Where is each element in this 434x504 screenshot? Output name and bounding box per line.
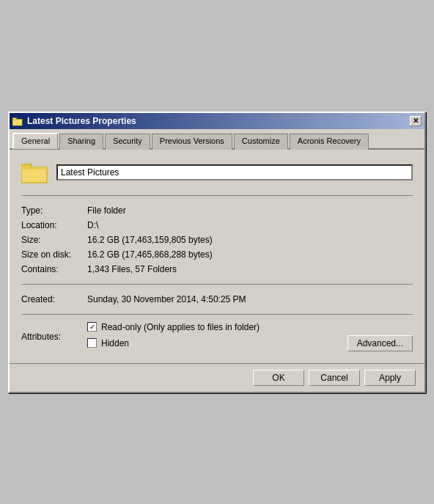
tab-previous-versions[interactable]: Previous Versions: [152, 134, 232, 150]
close-button[interactable]: ✕: [410, 116, 422, 126]
table-row: Location: D:\: [21, 218, 413, 233]
hidden-label: Hidden: [101, 338, 129, 348]
created-label: Created:: [21, 292, 87, 307]
folder-name-input[interactable]: [56, 164, 413, 180]
hidden-checkbox[interactable]: [87, 338, 97, 348]
hidden-advanced-row: Hidden Advanced...: [87, 335, 413, 351]
attributes-section: Attributes: ✓ Read-only (Only applies to…: [21, 322, 413, 351]
folder-icon: [21, 161, 48, 183]
hidden-row: Hidden: [87, 338, 129, 348]
type-value: File folder: [87, 203, 413, 218]
size-label: Size:: [21, 233, 87, 247]
properties-window: Latest Pictures Properties ✕ General Sha…: [8, 112, 426, 393]
folder-name-row: [21, 161, 413, 183]
svg-rect-2: [13, 120, 21, 125]
type-label: Type:: [21, 203, 87, 218]
tab-general[interactable]: General: [12, 133, 58, 149]
window-icon: [12, 116, 23, 126]
info-table: Type: File folder Location: D:\ Size: 16…: [21, 203, 413, 277]
tab-content: Type: File folder Location: D:\ Size: 16…: [10, 150, 424, 363]
apply-button[interactable]: Apply: [364, 370, 416, 386]
window-title: Latest Pictures Properties: [27, 116, 136, 126]
attributes-options: ✓ Read-only (Only applies to files in fo…: [87, 322, 413, 351]
bottom-bar: OK Cancel Apply: [10, 363, 424, 392]
title-bar-content: Latest Pictures Properties: [12, 116, 136, 126]
divider-2: [21, 284, 413, 285]
created-row: Created: Sunday, 30 November 2014, 4:50:…: [21, 292, 413, 307]
attributes-label: Attributes:: [21, 332, 87, 342]
tab-sharing[interactable]: Sharing: [59, 134, 103, 150]
advanced-button[interactable]: Advanced...: [347, 335, 413, 351]
readonly-row: ✓ Read-only (Only applies to files in fo…: [87, 322, 413, 332]
readonly-label: Read-only (Only applies to files in fold…: [101, 322, 260, 332]
size-on-disk-label: Size on disk:: [21, 247, 87, 262]
readonly-checkbox[interactable]: ✓: [87, 322, 97, 332]
folder-svg: [21, 161, 48, 183]
divider-3: [21, 314, 413, 315]
contains-value: 1,343 Files, 57 Folders: [87, 262, 413, 277]
tab-customize[interactable]: Customize: [234, 134, 288, 150]
attributes-label-text: Attributes:: [21, 332, 61, 342]
contains-label: Contains:: [21, 262, 87, 277]
table-row: Size on disk: 16.2 GB (17,465,868,288 by…: [21, 247, 413, 262]
location-label: Location:: [21, 218, 87, 233]
tab-acronis-recovery[interactable]: Acronis Recovery: [290, 134, 369, 150]
ok-button[interactable]: OK: [253, 370, 304, 386]
table-row: Contains: 1,343 Files, 57 Folders: [21, 262, 413, 277]
location-value: D:\: [87, 218, 413, 233]
title-bar: Latest Pictures Properties ✕: [10, 113, 424, 129]
svg-rect-5: [22, 168, 46, 182]
cancel-button[interactable]: Cancel: [309, 370, 360, 386]
created-table: Created: Sunday, 30 November 2014, 4:50:…: [21, 292, 413, 307]
tab-bar: General Sharing Security Previous Versio…: [10, 129, 424, 150]
table-row: Type: File folder: [21, 203, 413, 218]
created-value: Sunday, 30 November 2014, 4:50:25 PM: [87, 292, 413, 307]
divider-1: [21, 195, 413, 196]
svg-rect-6: [21, 167, 47, 169]
table-row: Size: 16.2 GB (17,463,159,805 bytes): [21, 233, 413, 247]
svg-rect-1: [12, 117, 16, 120]
size-on-disk-value: 16.2 GB (17,465,868,288 bytes): [87, 247, 413, 262]
size-value: 16.2 GB (17,463,159,805 bytes): [87, 233, 413, 247]
tab-security[interactable]: Security: [105, 134, 150, 150]
